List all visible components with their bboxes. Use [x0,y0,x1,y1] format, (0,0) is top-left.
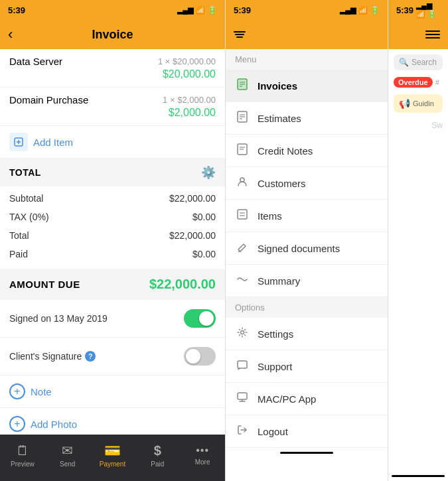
menu-label-invoices: Invoices [258,80,297,92]
menu-label-credit-notes: Credit Notes [258,145,313,157]
notification-text: Guidin [413,100,434,107]
preview-icon: 🗒 [16,443,29,458]
amount-due-label: AMOUNT DUE [9,279,80,290]
menu-item-credit-notes[interactable]: Credit Notes [226,135,388,167]
total-header: TOTAL ⚙️ [0,159,225,186]
right-nav-bar [388,20,448,49]
menu-label-items: Items [258,210,282,222]
left-status-bar: 5:39 ▂▄▆ 📶 🔋 [0,0,225,20]
client-sig-toggle[interactable] [184,347,216,366]
nav-payment[interactable]: 💳 Payment [90,443,135,468]
estimates-icon [235,111,250,125]
menu-item-logout[interactable]: Logout [226,415,388,448]
add-note-icon: + [9,383,25,399]
add-item-row[interactable]: Add Item [0,126,225,159]
add-item-icon [9,133,28,151]
send-label: Send [60,460,75,468]
menu-item-signed[interactable]: Signed documents [226,232,388,265]
hash-label: # [435,78,439,86]
left-time: 5:39 [8,5,25,15]
home-indicator-middle [280,452,333,454]
note-row[interactable]: + Note [0,376,225,408]
right-panel: 5:39 ▂▄▆ 📶 🔋 🔍 Search Overdue # 📢 Guidin… [388,0,448,481]
customers-icon [235,176,250,190]
signed-toggle[interactable] [184,309,216,328]
item-qty-0: 1 × $20,000.00 [158,56,216,66]
middle-status-icons: ▂▄▆ 📶 🔋 [340,6,380,15]
add-photo-icon: + [9,416,25,432]
menu-item-items[interactable]: Items [226,200,388,232]
client-sig-label: Client's Signature [9,351,82,362]
right-content: 🔍 Search Overdue # 📢 Guidin Sw [388,49,448,471]
signed-label: Signed on 13 May 2019 [9,313,108,324]
logout-icon [235,424,250,439]
middle-panel: 5:39 ▂▄▆ 📶 🔋 Menu Invoices [226,0,388,481]
hamburger-icon[interactable] [425,31,440,38]
menu-item-estimates[interactable]: Estimates [226,102,388,135]
right-time: 5:39 [396,5,413,15]
add-photo-row[interactable]: + Add Photo [0,408,225,435]
subtotal-value: $22,000.00 [169,193,216,204]
total-row-label: Total [9,230,29,241]
total-label: TOTAL [9,167,41,178]
middle-nav-bar [226,20,388,49]
nav-more[interactable]: ••• More [180,445,225,466]
line-item-0: Data Server 1 × $20,000.00 $20,000.00 [0,49,225,88]
menu-item-mac-app[interactable]: MAC/PC App [226,383,388,415]
more-icon: ••• [196,445,209,456]
nav-preview[interactable]: 🗒 Preview [0,443,45,468]
svg-point-15 [240,178,244,182]
help-icon[interactable]: ? [85,351,96,362]
preview-label: Preview [11,460,35,468]
menu-item-support[interactable]: Support [226,350,388,383]
menu-label-logout: Logout [258,426,288,437]
paid-label: Paid [9,249,28,259]
menu-label-estimates: Estimates [258,113,301,124]
svg-point-20 [241,331,244,334]
page-title: Invoice [92,28,133,42]
notification-card[interactable]: 📢 Guidin [394,94,443,113]
search-icon: 🔍 [399,58,409,67]
paid-icon: $ [154,443,161,458]
home-indicator-right [392,475,445,477]
paid-row: Paid $0.00 [0,245,225,263]
filter-icon[interactable] [234,31,246,38]
overdue-row: Overdue # [394,74,443,90]
gear-icon[interactable]: ⚙️ [201,165,216,180]
svg-rect-22 [238,393,247,399]
tax-label: TAX (0%) [9,212,49,222]
middle-status-bar: 5:39 ▂▄▆ 📶 🔋 [226,0,388,20]
nav-send[interactable]: ✉ Send [45,443,90,468]
note-label: Note [31,386,52,397]
client-sig-row: Client's Signature ? [0,338,225,376]
summary-icon [235,273,250,288]
summary-rows: Subtotal $22,000.00 TAX (0%) $0.00 Total… [0,186,225,266]
line-item-1: Domain Purchase 1 × $2,000.00 $2,000.00 [0,88,225,126]
menu-item-invoices[interactable]: Invoices [226,70,388,102]
toggle-knob-client [186,349,200,364]
tax-value: $0.00 [192,212,216,222]
items-icon [235,208,250,223]
amount-due-row: AMOUNT DUE $22,000.00 [0,269,225,300]
notification-icon: 📢 [399,98,410,109]
paid-label: Paid [151,460,164,468]
search-bar[interactable]: 🔍 Search [394,54,443,70]
menu-label-customers: Customers [258,178,306,189]
menu-item-summary[interactable]: Summary [226,265,388,297]
paid-value: $0.00 [192,249,216,259]
content-area: Data Server 1 × $20,000.00 $20,000.00 Do… [0,49,225,435]
back-button[interactable]: ‹ [8,26,13,43]
left-nav-bar: ‹ Invoice [0,20,225,49]
menu-item-customers[interactable]: Customers [226,167,388,200]
menu-item-settings[interactable]: Settings [226,318,388,350]
signed-icon [235,241,250,255]
credit-notes-icon [235,143,250,158]
item-price-0: $20,000.00 [9,68,216,80]
nav-paid[interactable]: $ Paid [135,443,180,468]
total-row: Total $22,000.00 [0,226,225,245]
more-label: More [195,458,210,466]
item-price-1: $2,000.00 [9,107,216,119]
settings-icon [235,326,250,341]
item-qty-1: 1 × $2,000.00 [163,95,216,105]
mac-app-icon [235,391,250,406]
